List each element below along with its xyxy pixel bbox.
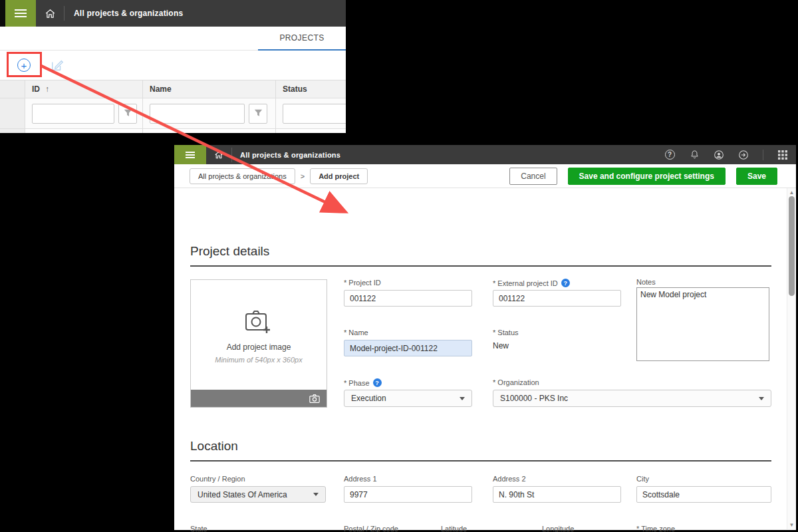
label-text: Country / Region xyxy=(190,475,245,483)
filter-cell-name xyxy=(143,98,276,128)
column-header-status[interactable]: Status xyxy=(276,80,346,98)
header-divider xyxy=(763,150,763,160)
row-cell xyxy=(276,129,346,133)
project-image-uploader[interactable]: Add project image Minimum of 540px x 360… xyxy=(190,279,327,408)
name-filter-button[interactable] xyxy=(249,104,267,124)
city-input[interactable] xyxy=(636,486,771,503)
row-cell xyxy=(25,129,143,133)
home-button[interactable] xyxy=(36,0,64,27)
timezone-label: * Time zone xyxy=(636,525,675,532)
column-label: ID xyxy=(32,84,40,94)
image-drop-zone: Add project image Minimum of 540px x 360… xyxy=(191,280,327,391)
section-divider xyxy=(190,460,771,462)
external-project-id-label: * External project ID ? xyxy=(493,279,570,287)
breadcrumb-bar: All projects & organizations > Add proje… xyxy=(174,164,796,188)
page-title: All projects & organizations xyxy=(240,151,340,159)
column-label: Status xyxy=(283,84,307,94)
id-filter-input[interactable] xyxy=(32,104,114,124)
id-filter-button[interactable] xyxy=(118,104,137,124)
country-select[interactable]: United States Of America xyxy=(190,486,326,503)
notes-textarea[interactable]: New Model project xyxy=(636,287,769,361)
city-label: City xyxy=(636,475,649,483)
help-icon[interactable]: ? xyxy=(561,279,570,287)
notifications-button[interactable] xyxy=(689,150,700,160)
cancel-button[interactable]: Cancel xyxy=(509,168,557,185)
camera-icon[interactable] xyxy=(309,394,320,403)
section-title-project-details: Project details xyxy=(190,244,269,259)
help-icon[interactable]: ? xyxy=(373,378,382,387)
menu-button[interactable] xyxy=(174,145,206,164)
home-icon xyxy=(45,8,56,19)
status-value: New xyxy=(493,341,509,350)
sign-out-button[interactable] xyxy=(738,150,749,160)
tab-projects[interactable]: PROJECTS xyxy=(258,27,346,51)
breadcrumb-all-projects[interactable]: All projects & organizations xyxy=(190,168,295,184)
account-button[interactable] xyxy=(714,150,724,160)
grid-icon xyxy=(778,150,787,160)
row-cell xyxy=(143,129,276,133)
column-label: Name xyxy=(150,84,172,94)
label-text: Longitude xyxy=(542,525,574,532)
label-text: Address 1 xyxy=(344,475,377,483)
image-uploader-label: Add project image xyxy=(227,342,291,352)
home-icon xyxy=(214,150,223,160)
label-text: * Name xyxy=(344,329,368,336)
postal-code-label: Postal / Zip code xyxy=(344,525,398,532)
table-header-row: ID ↑ Name Status xyxy=(0,80,346,98)
name-input[interactable] xyxy=(344,340,472,356)
edit-icon xyxy=(51,59,64,72)
address2-label: Address 2 xyxy=(493,475,526,483)
app-header: All projects & organizations ? xyxy=(174,145,796,164)
address1-input[interactable] xyxy=(344,486,472,503)
filter-funnel-icon xyxy=(254,109,263,118)
edit-button[interactable] xyxy=(51,59,64,72)
label-text: Postal / Zip code xyxy=(344,525,398,532)
vertical-scrollbar[interactable]: ▲ ▼ xyxy=(787,188,795,529)
table-row xyxy=(0,129,346,133)
highlight-box xyxy=(7,52,42,77)
help-icon: ? xyxy=(665,150,675,160)
column-header-id[interactable]: ID ↑ xyxy=(25,80,143,98)
filter-funnel-icon xyxy=(124,109,132,118)
apps-menu-button[interactable] xyxy=(777,150,788,160)
phase-select[interactable]: Execution xyxy=(344,390,472,407)
scrollbar-thumb[interactable] xyxy=(789,196,795,296)
scroll-up-icon[interactable]: ▲ xyxy=(787,190,796,196)
selected-value: S100000 - PKS Inc xyxy=(500,394,568,403)
phase-label: * Phase ? xyxy=(344,378,382,387)
label-text: Latitude xyxy=(441,525,467,532)
label-text: State xyxy=(190,525,207,532)
section-divider xyxy=(190,265,771,267)
help-button[interactable]: ? xyxy=(664,150,675,160)
column-header-name[interactable]: Name xyxy=(143,80,276,98)
header-divider xyxy=(64,6,65,21)
filter-cell-status xyxy=(276,98,346,128)
sort-ascending-icon: ↑ xyxy=(45,84,49,94)
organization-select[interactable]: S100000 - PKS Inc xyxy=(493,390,771,407)
projects-list-screenshot: All projects & organizations PROJECTS + … xyxy=(0,0,346,133)
address2-input[interactable] xyxy=(493,486,621,503)
name-filter-input[interactable] xyxy=(150,104,245,124)
selected-value: Execution xyxy=(351,394,386,403)
address1-label: Address 1 xyxy=(344,475,377,483)
save-button[interactable]: Save xyxy=(736,168,777,185)
longitude-label: Longitude xyxy=(542,525,574,532)
label-text: * Organization xyxy=(493,378,539,386)
name-label: * Name xyxy=(344,329,368,336)
organization-label: * Organization xyxy=(493,378,539,386)
save-and-configure-button[interactable]: Save and configure project settings xyxy=(568,168,726,185)
external-project-id-input[interactable] xyxy=(493,290,621,307)
user-icon xyxy=(714,150,724,160)
menu-button[interactable] xyxy=(5,0,36,27)
select-column-header xyxy=(0,80,25,98)
home-button[interactable] xyxy=(206,145,231,164)
breadcrumb-add-project[interactable]: Add project xyxy=(310,168,368,184)
scroll-down-icon[interactable]: ▼ xyxy=(787,522,796,528)
form-body: Project details Add project image Minimu… xyxy=(174,188,796,530)
bell-icon xyxy=(690,150,700,160)
list-toolbar: + xyxy=(0,51,346,80)
status-filter-input[interactable] xyxy=(283,104,346,124)
project-id-input[interactable] xyxy=(344,290,472,307)
form-actions: Cancel Save and configure project settin… xyxy=(509,168,777,185)
image-uploader-footer xyxy=(191,390,327,407)
